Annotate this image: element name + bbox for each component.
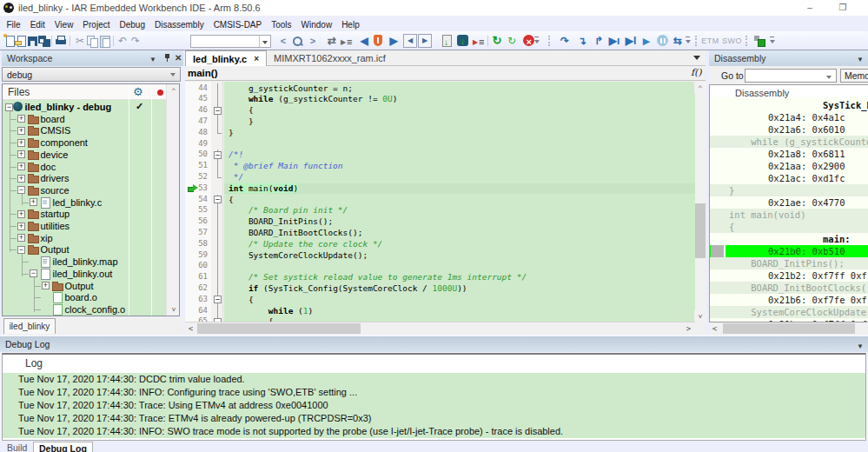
breakpoint-dot-icon[interactable] bbox=[157, 90, 163, 96]
scroll-up-icon[interactable]: ^ bbox=[168, 84, 180, 96]
tree-item-output[interactable]: +Output bbox=[3, 280, 165, 292]
workspace-config-dropdown[interactable]: debug bbox=[2, 67, 181, 82]
pack-icon[interactable] bbox=[752, 34, 766, 48]
undo-icon[interactable]: ↶ bbox=[116, 34, 129, 48]
prev-bookmark-icon[interactable]: ◀ bbox=[403, 34, 417, 48]
editor-horizontal-scrollbar[interactable]: < > bbox=[185, 322, 695, 334]
search-icon[interactable] bbox=[290, 34, 304, 48]
next-statement-icon[interactable]: ▶I bbox=[624, 34, 638, 48]
next-bookmark-icon[interactable]: ▶ bbox=[418, 34, 432, 48]
toggle-breakpoint-icon[interactable] bbox=[340, 34, 354, 48]
download-and-debug-icon[interactable] bbox=[371, 34, 385, 48]
print-icon[interactable] bbox=[54, 34, 68, 48]
go-icon[interactable]: ▶ bbox=[639, 34, 653, 48]
workspace-close-icon[interactable]: ✕ bbox=[175, 53, 182, 63]
maximize-button[interactable]: ❐ bbox=[837, 2, 849, 13]
attach-running-icon[interactable] bbox=[472, 34, 486, 48]
disassembly-hscroll-thumb[interactable] bbox=[723, 323, 855, 334]
restart-icon[interactable]: ↻ bbox=[505, 34, 519, 48]
goto-input[interactable] bbox=[745, 69, 837, 83]
tree-item-board[interactable]: +board bbox=[3, 113, 165, 125]
scroll-down-icon[interactable]: v bbox=[168, 303, 180, 315]
collapse-icon[interactable]: − bbox=[17, 246, 25, 254]
toolbar-overflow-icon[interactable] bbox=[686, 37, 692, 45]
expand-icon[interactable]: + bbox=[17, 234, 25, 242]
tree-item-cmsis[interactable]: +CMSIS bbox=[3, 124, 165, 136]
continue-icon[interactable]: ↻ bbox=[490, 34, 504, 48]
redo-icon[interactable]: ↷ bbox=[129, 34, 142, 48]
expand-icon[interactable]: + bbox=[17, 175, 25, 183]
expand-icon[interactable]: + bbox=[17, 210, 25, 218]
tree-item-doc[interactable]: +doc bbox=[3, 161, 165, 173]
break-icon[interactable] bbox=[656, 34, 670, 48]
editor-tab-led-blinky-c[interactable]: led_blinky.c× bbox=[185, 50, 267, 66]
scroll-down-icon[interactable]: v bbox=[694, 310, 706, 322]
tree-item-component[interactable]: +component bbox=[3, 136, 165, 149]
tree-item-source[interactable]: −source bbox=[3, 184, 165, 196]
minimize-button[interactable]: – bbox=[804, 2, 816, 13]
disassembly-menu-icon[interactable]: ▼ bbox=[857, 56, 864, 63]
status-tab-build[interactable]: Build bbox=[2, 442, 32, 452]
tree-item-drivers[interactable]: +drivers bbox=[3, 172, 165, 184]
paste-icon[interactable] bbox=[97, 34, 111, 48]
step-into-icon[interactable]: ↱ bbox=[592, 34, 606, 48]
step-out-icon[interactable]: ▶ı bbox=[607, 34, 621, 48]
expand-icon[interactable]: + bbox=[17, 127, 25, 135]
nav-swap-icon[interactable]: ⇄ bbox=[325, 34, 339, 48]
disassembly-view[interactable]: Disassembly SysTick_DelayTicks:0x21a4: 0… bbox=[709, 84, 868, 322]
collapse-icon[interactable]: − bbox=[30, 269, 37, 277]
scroll-left-icon[interactable]: < bbox=[185, 323, 196, 334]
save-all-icon[interactable] bbox=[37, 34, 51, 48]
disassembly-horizontal-scrollbar[interactable]: < bbox=[709, 322, 868, 335]
tree-item-output[interactable]: −Output bbox=[3, 243, 165, 256]
tree-item-iled-blinky-out[interactable]: −iled_blinky.out bbox=[3, 268, 165, 280]
tree-item-led-blinky-c[interactable]: +led_blinky.c bbox=[3, 196, 165, 209]
nav-forward-icon[interactable]: ▶ bbox=[387, 34, 401, 48]
expand-icon[interactable]: + bbox=[30, 198, 37, 206]
toolbar-overflow-icon[interactable] bbox=[770, 37, 776, 45]
expand-icon[interactable]: + bbox=[17, 163, 25, 170]
expand-icon[interactable]: + bbox=[17, 115, 25, 123]
function-list-icon[interactable]: f() bbox=[691, 67, 702, 78]
swo-button[interactable]: SWO bbox=[722, 36, 742, 47]
debug-log-menu-icon[interactable]: ▼ bbox=[857, 342, 864, 350]
editor-vscroll-thumb[interactable] bbox=[695, 203, 706, 258]
tree-item-iled-blinky-debug[interactable]: −iled_blinky - debug✓ bbox=[3, 101, 165, 113]
download-file-icon[interactable] bbox=[440, 34, 454, 48]
workspace-menu-icon[interactable]: ▼ bbox=[149, 56, 156, 63]
nav-back-icon[interactable]: ◀ bbox=[357, 34, 371, 48]
memory-button[interactable]: Memory bbox=[840, 69, 868, 83]
fold-collapse-icon[interactable]: − bbox=[214, 196, 222, 203]
reset-icon[interactable]: ↷ bbox=[558, 34, 572, 48]
expand-icon[interactable]: + bbox=[17, 223, 25, 230]
tree-item-startup[interactable]: +startup bbox=[3, 208, 165, 220]
download-active-icon[interactable] bbox=[456, 34, 470, 48]
files-tree-scrollbar[interactable]: ^ v bbox=[166, 84, 180, 316]
status-tab-debug-log[interactable]: Debug Log bbox=[33, 442, 93, 452]
stop-debug-icon[interactable] bbox=[522, 34, 536, 48]
code-editor[interactable]: 44 g_systickCounter = n;45 while (g_syst… bbox=[185, 82, 695, 322]
expand-icon[interactable]: + bbox=[42, 282, 50, 289]
etm-button[interactable]: ETM bbox=[700, 36, 720, 47]
expand-icon[interactable]: + bbox=[17, 150, 25, 158]
find-prev-icon[interactable]: < bbox=[276, 34, 290, 48]
fold-collapse-icon[interactable]: − bbox=[214, 107, 222, 115]
scroll-up-icon[interactable]: ^ bbox=[694, 82, 706, 93]
workspace-tab-iled-blinky[interactable]: iled_blinky bbox=[3, 318, 56, 334]
expand-icon[interactable]: + bbox=[17, 139, 25, 147]
editor-hscroll-thumb[interactable] bbox=[197, 323, 361, 334]
tree-item-device[interactable]: +device bbox=[3, 149, 165, 161]
tree-item-utilities[interactable]: +utilities bbox=[3, 220, 165, 232]
step-over-icon[interactable]: ↴ bbox=[575, 34, 589, 48]
tab-close-icon[interactable]: × bbox=[254, 54, 259, 63]
editor-vertical-scrollbar[interactable]: ^ v bbox=[695, 82, 706, 322]
reset-target-icon[interactable]: ⇆ bbox=[671, 34, 685, 48]
scroll-left-icon[interactable]: < bbox=[709, 323, 720, 334]
tree-item-clock-config-o[interactable]: clock_config.o bbox=[3, 303, 165, 316]
tree-item-board-o[interactable]: board.o bbox=[3, 291, 165, 303]
find-next-icon[interactable]: > bbox=[306, 34, 320, 48]
toolbar-search-dropdown[interactable] bbox=[259, 35, 271, 48]
fold-collapse-icon[interactable]: − bbox=[214, 296, 222, 303]
fold-collapse-icon[interactable]: − bbox=[214, 151, 222, 159]
gear-icon[interactable]: ⚙ bbox=[133, 85, 143, 98]
